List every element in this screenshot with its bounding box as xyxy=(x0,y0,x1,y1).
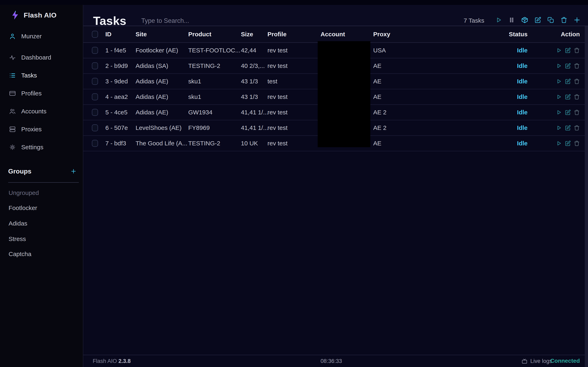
row-checkbox[interactable] xyxy=(92,93,98,100)
row-checkbox[interactable] xyxy=(92,78,98,85)
add-task-button[interactable] xyxy=(573,16,581,24)
row-actions xyxy=(527,109,580,115)
trash-icon[interactable] xyxy=(574,125,580,131)
connection-status: Connected xyxy=(550,358,580,364)
live-logs-label: Live logs xyxy=(530,358,552,364)
group-item-footlocker[interactable]: Footlocker xyxy=(0,202,83,214)
edit-icon[interactable] xyxy=(565,47,571,53)
cell-proxy: AE xyxy=(373,62,502,69)
group-item-captcha[interactable]: Captcha xyxy=(0,248,83,260)
sidebar-item-dashboard[interactable]: Dashboard xyxy=(0,51,83,64)
cell-site: Adidas (SA) xyxy=(136,62,188,69)
column-header-action: Action xyxy=(527,31,580,38)
play-icon[interactable] xyxy=(556,140,562,146)
play-icon[interactable] xyxy=(556,63,562,69)
row-checkbox[interactable] xyxy=(92,62,98,69)
edit-icon[interactable] xyxy=(565,78,571,84)
status-badge: Idle xyxy=(502,93,527,100)
trash-icon[interactable] xyxy=(574,94,580,100)
main-content: Tasks 7 Tasks xyxy=(83,0,588,367)
group-item-ungrouped[interactable]: Ungrouped xyxy=(0,187,83,199)
add-group-button[interactable] xyxy=(70,168,77,175)
column-header-id: ID xyxy=(105,31,136,38)
row-actions xyxy=(527,94,580,100)
row-checkbox[interactable] xyxy=(92,47,98,54)
column-header-status: Status xyxy=(502,31,527,38)
column-header-size: Size xyxy=(241,31,268,38)
play-icon[interactable] xyxy=(556,78,562,84)
column-header-profile: Profile xyxy=(268,31,320,38)
pause-icon[interactable] xyxy=(508,16,515,24)
status-badge: Idle xyxy=(502,124,527,131)
sidebar-item-proxies[interactable]: Proxies xyxy=(0,123,83,135)
package-icon[interactable] xyxy=(521,16,528,24)
cell-profile: rev test xyxy=(268,93,320,100)
row-checkbox[interactable] xyxy=(92,140,98,147)
trash-icon[interactable] xyxy=(574,47,580,53)
play-icon[interactable] xyxy=(556,47,562,53)
cell-site: Footlocker (AE) xyxy=(136,47,188,54)
cell-proxy: USA xyxy=(373,47,502,54)
sidebar-item-profiles[interactable]: Profiles xyxy=(0,87,83,100)
group-item-stress[interactable]: Stress xyxy=(0,233,83,245)
sidebar-item-label: Accounts xyxy=(21,108,46,115)
sidebar: Flash AIO Munzer Dashboard Tasks xyxy=(0,0,83,367)
column-header-proxy: Proxy xyxy=(373,31,502,38)
cell-proxy: AE xyxy=(373,78,502,85)
cell-size: 41,41 1/... xyxy=(241,124,268,131)
status-badge: Idle xyxy=(502,140,527,147)
edit-icon[interactable] xyxy=(534,16,541,24)
trash-icon[interactable] xyxy=(574,63,580,69)
search-input[interactable] xyxy=(141,16,272,26)
cell-id: 7 - bdf3 xyxy=(105,140,136,147)
cell-id: 1 - f4e5 xyxy=(105,47,136,54)
cell-id: 2 - b9d9 xyxy=(105,62,136,69)
trash-icon[interactable] xyxy=(574,140,580,146)
cell-product: sku1 xyxy=(188,78,241,85)
cell-profile: rev test xyxy=(268,140,320,147)
cell-size: 42,44 xyxy=(241,47,268,54)
row-checkbox[interactable] xyxy=(92,109,98,116)
play-icon[interactable] xyxy=(556,94,562,100)
cell-profile: rev test xyxy=(268,47,320,54)
copy-icon[interactable] xyxy=(547,16,554,24)
scrollbar-track[interactable] xyxy=(585,26,588,367)
sidebar-user[interactable]: Munzer xyxy=(0,30,83,42)
play-icon[interactable] xyxy=(495,16,502,24)
live-logs-button[interactable]: Live logs xyxy=(522,358,552,364)
select-all-checkbox[interactable] xyxy=(92,31,98,38)
edit-icon[interactable] xyxy=(565,94,571,100)
edit-icon[interactable] xyxy=(565,63,571,69)
edit-icon[interactable] xyxy=(565,140,571,146)
sidebar-item-tasks[interactable]: Tasks xyxy=(0,69,83,82)
group-item-adidas[interactable]: Adidas xyxy=(0,218,83,229)
sidebar-item-settings[interactable]: Settings xyxy=(0,141,83,153)
play-icon[interactable] xyxy=(556,109,562,115)
row-checkbox[interactable] xyxy=(92,124,98,131)
cell-site: Adidas (AE) xyxy=(136,109,188,116)
cell-profile: rev test xyxy=(268,62,320,69)
trash-icon[interactable] xyxy=(574,78,580,84)
page-header: Tasks 7 Tasks xyxy=(83,5,588,26)
user-icon xyxy=(9,33,16,40)
sidebar-item-accounts[interactable]: Accounts xyxy=(0,105,83,117)
cell-profile: rev test xyxy=(268,109,320,116)
column-header-site: Site xyxy=(136,31,188,38)
edit-icon[interactable] xyxy=(565,109,571,115)
column-header-account: Account xyxy=(320,31,373,38)
cell-size: 43 1/3 xyxy=(241,78,268,85)
status-bar: Flash AIO 2.3.8 08:36:33 Live logs Conne… xyxy=(83,355,585,367)
row-actions xyxy=(527,63,580,69)
trash-icon[interactable] xyxy=(574,109,580,115)
row-actions xyxy=(527,125,580,131)
cell-size: 43 1/3 xyxy=(241,93,268,100)
edit-icon[interactable] xyxy=(565,125,571,131)
window-drag-strip xyxy=(0,0,588,5)
users-icon xyxy=(9,108,16,115)
list-icon xyxy=(9,72,16,79)
app-version: Flash AIO 2.3.8 xyxy=(93,358,131,364)
play-icon[interactable] xyxy=(556,125,562,131)
trash-icon[interactable] xyxy=(560,16,568,24)
cell-size: 41,41 1/... xyxy=(241,109,268,116)
sidebar-item-label: Settings xyxy=(21,144,43,151)
